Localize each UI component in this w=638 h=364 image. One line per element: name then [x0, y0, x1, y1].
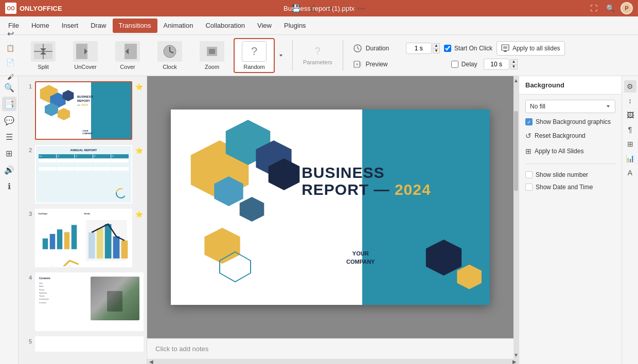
menu-transitions[interactable]: Transitions: [113, 19, 157, 33]
slide-number-1: 1: [22, 81, 32, 89]
canvas-scroll-right[interactable]: ▶: [510, 359, 519, 365]
delay-down[interactable]: ▼: [510, 64, 518, 69]
duration-field[interactable]: 1 s: [406, 43, 432, 54]
canvas-v-scroll[interactable]: ▲ ▼: [513, 76, 519, 359]
sidebar-info-icon[interactable]: ℹ: [2, 179, 16, 193]
panel-header-label: Background: [525, 81, 564, 89]
sidebar-slides-icon[interactable]: 📑: [2, 97, 16, 111]
th2: Q1: [57, 154, 74, 158]
toolbar-paste-icon[interactable]: 📋: [4, 42, 16, 54]
rsidebar-text-icon[interactable]: A: [624, 167, 636, 179]
rsidebar-settings-icon[interactable]: ⚙: [624, 80, 636, 93]
svg-rect-37: [72, 225, 77, 249]
menu-collaboration[interactable]: Collaboration: [199, 19, 251, 33]
show-slide-number-label: Show slide number: [536, 171, 588, 178]
menu-view[interactable]: View: [251, 19, 278, 33]
show-slide-number-row: Show slide number: [525, 171, 615, 178]
svg-rect-35: [57, 229, 63, 249]
transition-items: Split UnCover Cover: [23, 38, 286, 73]
transition-random[interactable]: ? Random: [234, 38, 275, 73]
svg-line-21: [358, 48, 359, 49]
svg-rect-33: [43, 239, 48, 249]
rsidebar-arrange-icon[interactable]: ↕: [624, 95, 636, 107]
slide-thumb-1[interactable]: BUSINESSREPORT — 2024 YOUR COMPANY: [35, 81, 132, 140]
apply-to-all-slides-row[interactable]: ⊞ Apply to All Slides: [525, 146, 615, 156]
thumb3-chart1: [38, 216, 83, 252]
rsidebar-chart-icon[interactable]: 📊: [624, 152, 636, 165]
duration-down[interactable]: ▼: [433, 48, 440, 53]
rsidebar-image-icon[interactable]: 🖼: [624, 109, 636, 121]
svg-rect-41: [104, 224, 111, 259]
menu-home[interactable]: Home: [25, 19, 56, 33]
more-icon[interactable]: •••: [356, 2, 368, 14]
notes-placeholder[interactable]: Click to add notes: [155, 345, 208, 353]
apply-to-all-button[interactable]: Apply to all slides: [497, 41, 565, 56]
show-bg-graphics-checkbox[interactable]: ✓: [525, 118, 533, 125]
th3: Q2: [75, 154, 92, 158]
toolbar: ↩ 📋 📄 🖌 Split: [0, 35, 638, 76]
delay-field[interactable]: [484, 59, 509, 70]
parameters-icon: ?: [315, 45, 321, 57]
menu-insert[interactable]: Insert: [56, 19, 85, 33]
clock-icon: [157, 41, 182, 62]
show-date-time-checkbox[interactable]: [525, 184, 533, 191]
th5: Q4: [111, 154, 129, 158]
fill-dropdown[interactable]: No fill: [525, 100, 615, 113]
start-on-click-label[interactable]: Start On Click: [454, 45, 492, 52]
parameters-button[interactable]: ? Parameters: [299, 43, 336, 67]
user-avatar[interactable]: P: [621, 2, 633, 14]
canvas-scroll-left[interactable]: ◀: [147, 359, 155, 365]
duration-up[interactable]: ▲: [433, 43, 440, 48]
delay-label[interactable]: Delay: [462, 61, 477, 68]
search-icon[interactable]: 🔍: [604, 2, 616, 14]
svg-rect-36: [64, 232, 70, 249]
rsidebar-table-icon[interactable]: ⊞: [624, 138, 636, 150]
slide-thumb-content-4: Contents IntroSalesChartsDynamicsTeamsCo…: [36, 274, 143, 330]
transition-cover[interactable]: Cover: [107, 38, 148, 73]
sidebar-sections-icon[interactable]: ☰: [2, 130, 16, 144]
duration-row: Duration 1 s ▲ ▼ Start On Click: [353, 41, 565, 56]
thumb3-label1: Total Budget: [38, 213, 83, 215]
canvas-scroll-down[interactable]: ▼: [513, 351, 519, 359]
slide-thumb-3[interactable]: Total Budget: [35, 209, 132, 267]
slide-number-3: 3: [22, 209, 32, 217]
toolbar-undo-icon[interactable]: ↩: [4, 28, 16, 40]
transition-dropdown[interactable]: [276, 38, 286, 73]
fullscreen-icon[interactable]: ⛶: [588, 2, 600, 14]
menu-animation[interactable]: Animation: [157, 19, 200, 33]
reset-background-row[interactable]: ↺ Reset Background: [525, 131, 615, 141]
sidebar-header-icon[interactable]: ⊞: [2, 146, 16, 160]
sidebar-audio-icon[interactable]: 🔊: [2, 162, 16, 177]
rsidebar-paragraph-icon[interactable]: ¶: [624, 123, 636, 136]
transition-clock[interactable]: Clock: [149, 38, 190, 73]
tr3c2: [57, 167, 74, 171]
toolbar-format-icon[interactable]: 🖌: [4, 71, 16, 83]
thumb1-hex4: [57, 108, 71, 120]
reset-background-label: Reset Background: [535, 132, 586, 139]
show-slide-number-checkbox[interactable]: [525, 171, 533, 178]
thumb1-bg: [91, 82, 131, 139]
canvas-h-scroll[interactable]: ◀ ▶: [147, 359, 519, 364]
slide-item-3: 3 Total Budget: [21, 208, 145, 268]
slide-canvas[interactable]: BUSINESSREPORT — 2024 YOURCOMPANY: [147, 76, 513, 338]
slide-panel: 1 BUSINESSREPORT — 2024 YOUR COMPANY ⭐: [19, 76, 147, 364]
transition-zoom[interactable]: Zoom: [191, 38, 233, 73]
start-on-click-checkbox[interactable]: [444, 45, 451, 52]
menu-plugins[interactable]: Plugins: [278, 19, 312, 33]
slide-thumb-5[interactable]: [35, 336, 144, 352]
delay-checkbox[interactable]: [451, 61, 458, 68]
slide-year: 2024: [395, 181, 431, 198]
slide-thumb-4[interactable]: Contents IntroSalesChartsDynamicsTeamsCo…: [35, 272, 144, 331]
transition-split[interactable]: Split: [23, 38, 64, 73]
canvas-scroll-thumb[interactable]: [514, 111, 518, 191]
slide-thumb-2[interactable]: ANNUAL REPORT Item Q1 Q2 Q3 Q4: [35, 145, 132, 204]
delay-up[interactable]: ▲: [510, 59, 518, 64]
canvas-center: BUSINESSREPORT — 2024 YOURCOMPANY Click …: [147, 76, 513, 359]
sidebar-comments-icon[interactable]: 💬: [2, 113, 16, 128]
slide-company: YOURCOMPANY: [346, 250, 375, 266]
toolbar-copy-icon[interactable]: 📄: [4, 57, 16, 69]
menu-draw[interactable]: Draw: [84, 19, 112, 33]
transition-uncover[interactable]: UnCover: [65, 38, 106, 73]
canvas-scroll-up[interactable]: ▲: [513, 76, 519, 84]
tr2c5: [111, 163, 129, 167]
